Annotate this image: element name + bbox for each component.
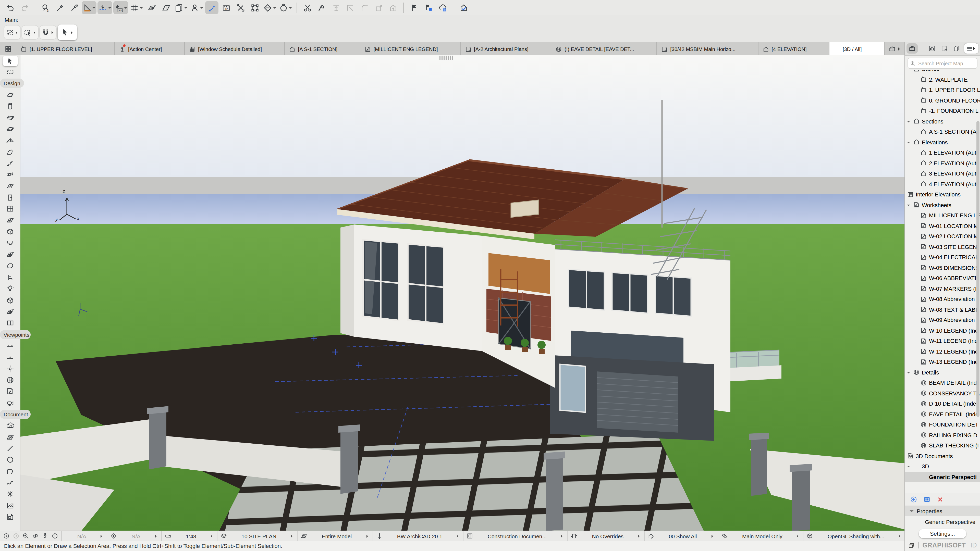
shell-tool[interactable] [0, 146, 20, 158]
favorites-button[interactable] [189, 1, 204, 14]
resize-button[interactable] [372, 1, 385, 14]
tree-det-beam[interactable]: BEAM DETAIL (Ind [905, 378, 980, 388]
viewport-3d[interactable]: z x y [20, 55, 905, 531]
editing-plane-button[interactable] [159, 1, 172, 14]
search-input[interactable] [917, 60, 975, 67]
magnet-toggle[interactable] [40, 25, 56, 39]
quantity-takeoff-button[interactable] [436, 1, 449, 14]
tab-section[interactable]: [A S-1 SECTION] [285, 42, 360, 56]
detail-tool[interactable] [0, 375, 20, 386]
arrow-tool[interactable] [2, 56, 18, 66]
edit-elements-button[interactable] [4, 25, 21, 39]
door-tool[interactable] [0, 192, 20, 203]
pen-set-selector[interactable]: BW ArchiCAD 20 1 [372, 531, 463, 541]
mark-up-tools-button[interactable] [422, 1, 435, 14]
tree-ws-w08b[interactable]: W-08 TEXT & LABE [905, 304, 980, 315]
beam-tool[interactable] [0, 112, 20, 123]
tree-story-1[interactable]: 1. UPPER FLOOR L [905, 85, 980, 95]
snap-grid-toggle[interactable] [129, 1, 144, 14]
morph-tool[interactable] [0, 260, 20, 272]
tree-ws-w05[interactable]: W-05 DIMENSIONS [905, 262, 980, 273]
tree-det-railing[interactable]: RAILING FIXING D [905, 430, 980, 440]
tree-3d[interactable]: 3D [905, 461, 980, 472]
delete-viewpoint-button[interactable] [937, 496, 944, 503]
object-tool[interactable] [0, 272, 20, 283]
slab-tool[interactable] [0, 123, 20, 135]
camera-tool[interactable] [0, 397, 20, 409]
snap-guides-toggle[interactable] [97, 1, 112, 14]
tree-details[interactable]: Details [905, 367, 980, 378]
mark-up-button[interactable] [407, 1, 421, 14]
tree-story-0[interactable]: 0. GROUND FLOOR [905, 95, 980, 106]
expand-chevron[interactable] [907, 140, 911, 144]
tree-ws-w11[interactable]: W-11 LEGEND (Ind [905, 336, 980, 346]
layer-combination-selector[interactable]: Construction Documen... [463, 531, 567, 541]
expand-chevron[interactable] [907, 119, 911, 124]
new-tab-button[interactable] [885, 42, 905, 56]
curtain-grid-tool[interactable] [0, 306, 20, 318]
view-settings-button[interactable] [923, 496, 931, 503]
lamp-tool[interactable] [0, 283, 20, 295]
tree-3d-documents[interactable]: 3D Documents [905, 451, 980, 461]
fit-in-window-button[interactable] [51, 533, 59, 540]
interior-elevation-tool[interactable] [0, 363, 20, 375]
opening-tool[interactable] [0, 226, 20, 238]
publisher-button[interactable] [951, 43, 962, 54]
elevate-button[interactable] [387, 1, 400, 14]
inject-parameters-button[interactable] [67, 1, 81, 14]
tree-det-d10[interactable]: D-10 DETAIL (Inde [905, 399, 980, 409]
marquee-options-button[interactable] [22, 25, 38, 39]
guide-lines-toggle[interactable] [82, 1, 97, 14]
tree-worksheets[interactable]: Worksheets [905, 200, 980, 210]
properties-header[interactable]: Properties [905, 506, 980, 516]
tree-story-2[interactable]: 2. WALLPLATE [905, 74, 980, 85]
orbit-button[interactable] [31, 533, 40, 540]
scale-selector[interactable]: 1:48 [161, 531, 217, 541]
adjust-button[interactable] [315, 1, 328, 14]
wall-tool[interactable] [0, 89, 20, 100]
hatch-tool[interactable] [0, 431, 20, 443]
tab-upper-floor[interactable]: [1. UPPER FLOOR LEVEL] [16, 42, 115, 56]
project-map-button[interactable] [907, 43, 918, 54]
tree-ws-w06[interactable]: W-06 ABBREVIATI [905, 273, 980, 283]
expand-chevron[interactable] [907, 70, 911, 71]
go-back-button[interactable] [2, 533, 11, 540]
graphisoft-brand[interactable]: GRAPHISOFT [923, 542, 966, 549]
pick-up-parameters-button[interactable] [53, 1, 66, 14]
search-box[interactable] [907, 58, 977, 69]
tree-ws-w01[interactable]: W-01 LOCATION M [905, 221, 980, 231]
tab-a2-plans[interactable]: [A-2 Architectural Plans] [461, 42, 551, 56]
tree-ws-w10[interactable]: W-10 LEGEND (Ind [905, 325, 980, 336]
mesh-tool[interactable] [0, 249, 20, 260]
line-tool[interactable] [0, 443, 20, 454]
tree-scrollbar[interactable] [977, 121, 980, 417]
add-viewpoint-button[interactable] [910, 496, 917, 503]
structure-display-selector[interactable]: Entire Model [297, 531, 372, 541]
tree-section-a[interactable]: A S-1 SECTION (Au [905, 127, 980, 137]
window-tool[interactable] [0, 203, 20, 215]
position-status[interactable]: N/A [107, 531, 161, 541]
fillet-button[interactable] [358, 1, 371, 14]
tab-msbim-layout[interactable]: [30/42 MSBIM Main Horizo... [657, 42, 758, 56]
tab-3d-all[interactable]: [3D / All] [829, 42, 885, 56]
tab-window-schedule[interactable]: [Window Schedule Detailed] [185, 42, 285, 56]
tab-overview-button[interactable] [0, 42, 16, 56]
tree-elev-4[interactable]: 4 ELEVATION (Auto [905, 179, 980, 189]
tree-det-eave[interactable]: EAVE DETAIL (Inde [905, 409, 980, 419]
expand-chevron[interactable] [907, 203, 911, 207]
group-button[interactable] [248, 1, 261, 14]
tree-stories[interactable]: Stories [905, 70, 980, 74]
expand-chevron[interactable] [907, 370, 911, 375]
graphic-override-selector[interactable]: No Overrides [567, 531, 644, 541]
elevation-tool[interactable] [0, 351, 20, 363]
cutaway-3d-button[interactable] [262, 1, 277, 14]
rotated-grid-button[interactable] [145, 1, 158, 14]
tab-action-center[interactable]: [Action Center] [115, 42, 185, 56]
figure-tool[interactable] [0, 500, 20, 511]
find-select-button[interactable] [39, 1, 52, 14]
column-tool[interactable] [0, 100, 20, 112]
zone-tool[interactable] [0, 318, 20, 329]
go-forward-button[interactable] [12, 533, 21, 540]
skylight-tool[interactable] [0, 214, 20, 226]
organizer-icon[interactable] [908, 542, 915, 549]
